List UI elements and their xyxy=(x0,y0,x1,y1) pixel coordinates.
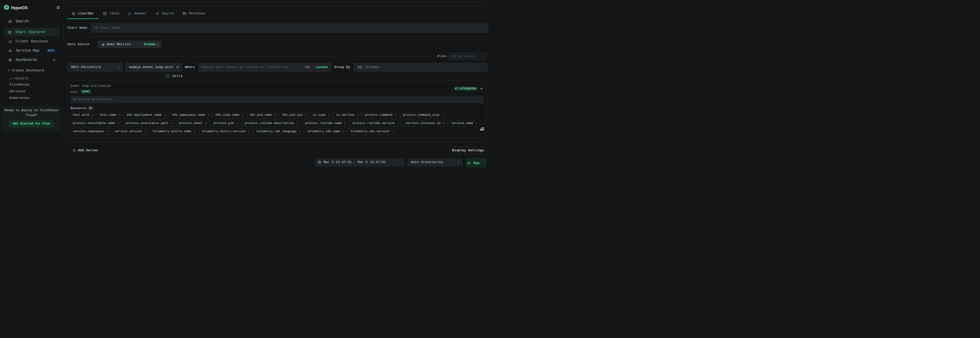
svg-text:2: 2 xyxy=(129,13,130,15)
svg-text:3: 3 xyxy=(130,13,131,14)
svg-text:1: 1 xyxy=(129,11,130,13)
